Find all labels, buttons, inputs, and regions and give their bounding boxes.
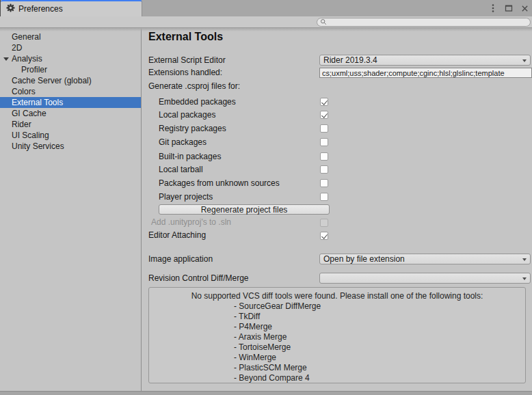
sidebar-item-general[interactable]: General (0, 31, 141, 42)
chevron-down-icon (522, 258, 527, 261)
sidebar-item-external-tools[interactable]: External Tools (0, 97, 141, 108)
window-controls (488, 0, 529, 16)
vcs-tool-item: - TortoiseMerge (234, 342, 525, 353)
registry-packages-label: Registry packages (159, 123, 226, 134)
foldout-arrow-icon[interactable] (3, 57, 9, 61)
sidebar-item-unity-services[interactable]: Unity Services (0, 141, 141, 152)
status-strip (0, 391, 532, 395)
image-application-dropdown[interactable]: Open by file extension (319, 254, 531, 264)
sidebar-item-2d[interactable]: 2D (0, 42, 141, 53)
revision-control-dropdown[interactable] (319, 273, 531, 284)
chevron-down-icon (522, 59, 527, 62)
extensions-handled-label: Extensions handled: (148, 67, 222, 78)
search-input[interactable] (329, 18, 527, 26)
image-application-label: Image application (148, 254, 213, 264)
unknown-sources-checkbox[interactable] (320, 179, 328, 187)
editor-attaching-label: Editor Attaching (148, 230, 206, 241)
vcs-tool-item: - PlasticSCM Merge (234, 363, 525, 373)
vcs-tool-item: - Beyond Compare 4 (234, 373, 525, 383)
vcs-tools-list: - SourceGear DiffMerge - TkDiff - P4Merg… (234, 301, 525, 383)
sidebar-item-cache-server[interactable]: Cache Server (global) (0, 75, 141, 86)
sidebar-item-rider[interactable]: Rider (0, 119, 141, 130)
window-title: Preferences (18, 4, 63, 14)
player-projects-checkbox[interactable] (320, 193, 328, 201)
tab-preferences[interactable]: Preferences (1, 0, 142, 16)
search-box[interactable] (317, 18, 531, 27)
close-icon[interactable] (520, 2, 529, 14)
add-unityproj-checkbox (320, 219, 328, 227)
embedded-packages-label: Embedded packages (159, 96, 236, 107)
toolbar (0, 16, 532, 28)
local-packages-checkbox[interactable] (320, 111, 328, 119)
vcs-tool-item: - SourceGear DiffMerge (234, 301, 525, 312)
registry-packages-checkbox[interactable] (320, 124, 328, 133)
local-tarball-label: Local tarball (159, 164, 203, 175)
vcs-notice-box: No supported VCS diff tools were found. … (148, 287, 526, 383)
add-unityproj-label: Add .unityproj's to .sln (151, 217, 231, 228)
preferences-window: Preferences (0, 0, 532, 395)
tab-bar: Preferences (0, 0, 532, 16)
embedded-packages-checkbox[interactable] (320, 98, 328, 106)
revision-control-label: Revision Control Diff/Merge (148, 273, 249, 284)
player-projects-label: Player projects (159, 191, 213, 202)
builtin-packages-label: Built-in packages (159, 151, 221, 162)
page-title: External Tools (148, 31, 223, 43)
vcs-tool-item: - P4Merge (234, 322, 525, 332)
sidebar-item-profiler[interactable]: Profiler (0, 64, 141, 75)
search-icon (320, 18, 327, 27)
external-script-editor-label: External Script Editor (148, 55, 226, 66)
sidebar-item-gi-cache[interactable]: GI Cache (0, 108, 141, 119)
sidebar-item-colors[interactable]: Colors (0, 86, 141, 97)
preferences-sidebar: General 2D Analysis Profiler Cache Serve… (0, 28, 142, 391)
chevron-down-icon (522, 277, 527, 280)
maximize-icon[interactable] (504, 2, 514, 14)
builtin-packages-checkbox[interactable] (320, 152, 328, 161)
vcs-tool-item: - TkDiff (234, 312, 525, 322)
generate-csproj-label: Generate .csproj files for: (148, 81, 240, 92)
vcs-tool-item: - WinMerge (234, 353, 525, 363)
unknown-sources-label: Packages from unknown sources (159, 178, 280, 189)
vcs-notice-message: No supported VCS diff tools were found. … (149, 291, 525, 301)
sidebar-item-analysis[interactable]: Analysis (0, 53, 141, 64)
extensions-handled-input[interactable] (319, 68, 532, 78)
sidebar-item-ui-scaling[interactable]: UI Scaling (0, 130, 141, 141)
gear-icon (6, 3, 15, 14)
local-tarball-checkbox[interactable] (320, 165, 328, 174)
local-packages-label: Local packages (159, 109, 215, 120)
external-tools-panel: External Tools External Script Editor Ri… (142, 28, 532, 391)
menu-kebab-icon[interactable] (488, 2, 498, 14)
git-packages-checkbox[interactable] (320, 138, 328, 146)
editor-attaching-checkbox[interactable] (320, 232, 328, 240)
vcs-tool-item: - Araxis Merge (234, 332, 525, 342)
external-script-editor-dropdown[interactable]: Rider 2019.3.4 (319, 55, 531, 66)
git-packages-label: Git packages (159, 137, 207, 148)
regenerate-project-files-button[interactable]: Regenerate project files (159, 204, 330, 215)
